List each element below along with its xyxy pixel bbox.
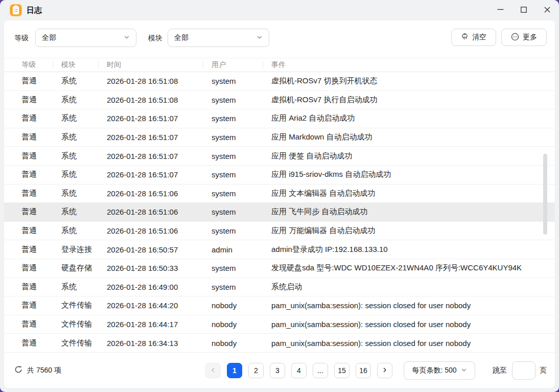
jump-group: 跳至 页 <box>493 361 547 380</box>
cell-time: 2026-01-28 16:50:33 <box>107 264 212 272</box>
table-row[interactable]: 普通 文件传输 2026-01-28 16:44:20 nobody pam_u… <box>4 296 555 315</box>
refresh-icon <box>14 365 22 375</box>
cell-time: 2026-01-28 16:51:07 <box>107 133 212 142</box>
circle-ellipsis-icon <box>511 33 519 42</box>
close-icon <box>544 7 550 14</box>
prev-page-button[interactable] <box>205 363 221 378</box>
page-button[interactable]: 15 <box>334 363 350 378</box>
cell-time: 2026-01-28 16:51:07 <box>107 152 212 160</box>
cell-user: system <box>212 96 271 104</box>
table-row[interactable]: 普通 系统 2026-01-28 16:51:06 system 应用 万能编辑… <box>4 222 555 241</box>
table-row[interactable]: 普通 登录连接 2026-01-28 16:50:57 admin admin登… <box>4 240 555 259</box>
footer: 共 7560 项 1234...1516 每页条数: 500 <box>4 353 555 388</box>
cell-user: nobody <box>212 301 271 310</box>
cell-level: 普通 <box>21 170 61 179</box>
cell-event: 系统启动 <box>271 282 555 292</box>
cell-time: 2026-01-28 16:51:06 <box>107 226 212 235</box>
cell-level: 普通 <box>21 113 61 123</box>
cell-user: system <box>212 152 271 160</box>
module-filter-select[interactable]: 全部 <box>168 29 269 47</box>
page-button[interactable]: 2 <box>248 363 264 378</box>
table-row[interactable]: 普通 系统 2026-01-28 16:51:08 system 虚拟机-ROS… <box>4 72 555 91</box>
page-button[interactable]: 4 <box>291 363 307 378</box>
cell-time: 2026-01-28 16:44:17 <box>107 320 212 329</box>
cell-level: 普通 <box>21 95 61 105</box>
toolbar-buttons: 清空 更多 <box>451 29 547 46</box>
page-button[interactable]: 3 <box>270 363 285 378</box>
refresh-button[interactable] <box>14 365 22 375</box>
table-body: 普通 系统 2026-01-28 16:51:08 system 虚拟机-ROS… <box>4 72 555 353</box>
cell-user: system <box>212 207 271 216</box>
chevron-down-icon <box>124 34 130 42</box>
page-button[interactable]: 16 <box>356 363 371 378</box>
table-row[interactable]: 普通 系统 2026-01-28 16:49:00 system 系统启动 <box>4 278 555 297</box>
page-buttons: 1234...1516 <box>227 363 371 378</box>
cell-event: 虚拟机-ROSv7 切换到开机状态 <box>271 76 555 86</box>
cell-event: 应用 万能编辑器 自动启动成功 <box>271 226 555 236</box>
clear-button-label: 清空 <box>472 33 486 42</box>
cell-module: 系统 <box>61 170 107 179</box>
cell-module: 系统 <box>61 113 107 123</box>
table-row[interactable]: 普通 文件传输 2026-01-28 16:34:13 nobody pam_u… <box>4 334 555 353</box>
cell-event: 发现硬盘sda 型号:WDC WD10EZEX-21WN4A0 序列号:WCC6… <box>271 263 555 273</box>
chevron-down-icon <box>461 366 467 375</box>
column-header-level: 等级 <box>21 60 61 70</box>
minimize-button[interactable] <box>488 0 512 20</box>
clear-button[interactable]: 清空 <box>451 29 496 46</box>
cell-event: pam_unix(samba:session): session closed … <box>271 301 555 310</box>
close-button[interactable] <box>535 0 559 20</box>
cell-user: system <box>212 170 271 179</box>
level-filter-label: 等级 <box>14 29 29 47</box>
cell-level: 普通 <box>21 207 61 217</box>
cell-module: 系统 <box>61 282 107 292</box>
cell-module: 登录连接 <box>61 245 107 255</box>
table-header: 等级 模块 时间 用户 事件 <box>4 58 555 72</box>
more-button[interactable]: 更多 <box>501 29 547 46</box>
total-group: 共 7560 项 <box>14 365 61 375</box>
cell-time: 2026-01-28 16:51:06 <box>107 189 212 198</box>
window-title: 日志 <box>27 6 42 15</box>
column-header-module: 模块 <box>61 60 107 70</box>
cell-time: 2026-01-28 16:51:07 <box>107 114 212 123</box>
chevron-down-icon <box>257 34 263 42</box>
cell-event: 应用 便签 自动启动成功 <box>271 151 555 161</box>
page-button[interactable]: 1 <box>227 363 242 378</box>
cell-time: 2026-01-28 16:51:08 <box>107 96 212 104</box>
page-button[interactable]: ... <box>313 363 328 378</box>
table-row[interactable]: 普通 系统 2026-01-28 16:51:06 system 应用 文本编辑… <box>4 185 555 203</box>
cell-user: system <box>212 114 271 123</box>
cell-event: admin登录成功 IP:192.168.133.10 <box>271 245 555 255</box>
titlebar: 日志 <box>0 0 559 20</box>
cell-time: 2026-01-28 16:49:00 <box>107 283 212 291</box>
cell-user: system <box>212 133 271 142</box>
jump-page-input[interactable] <box>512 361 535 380</box>
table-row[interactable]: 普通 系统 2026-01-28 16:51:07 system 应用 Mark… <box>4 128 555 147</box>
chevron-right-icon <box>382 366 388 375</box>
cell-event: 应用 文本编辑器 自动启动成功 <box>271 189 555 198</box>
table-row[interactable]: 普通 系统 2026-01-28 16:51:07 system 应用 便签 自… <box>4 147 555 166</box>
cell-module: 文件传输 <box>61 301 107 310</box>
cell-event: 应用 飞牛同步 自动启动成功 <box>271 207 555 217</box>
table-row[interactable]: 普通 文件传输 2026-01-28 16:44:17 nobody pam_u… <box>4 315 555 334</box>
cell-level: 普通 <box>21 76 61 86</box>
table-row[interactable]: 普通 系统 2026-01-28 16:51:07 system 应用 i915… <box>4 166 555 185</box>
scrollbar-thumb[interactable] <box>543 154 547 235</box>
page-size-value: 每页条数: 500 <box>412 366 456 375</box>
table-row[interactable]: 普通 硬盘存储 2026-01-28 16:50:33 system 发现硬盘s… <box>4 259 555 278</box>
page-size-select[interactable]: 每页条数: 500 <box>404 361 475 380</box>
next-page-button[interactable] <box>377 363 392 378</box>
cell-level: 普通 <box>21 132 61 142</box>
maximize-button[interactable] <box>512 0 535 20</box>
level-filter-value: 全部 <box>42 33 56 42</box>
jump-unit-label: 页 <box>540 366 547 375</box>
more-button-label: 更多 <box>523 33 537 42</box>
cell-user: system <box>212 189 271 198</box>
cell-module: 系统 <box>61 95 107 105</box>
cell-time: 2026-01-28 16:51:06 <box>107 207 212 216</box>
cell-user: system <box>212 264 271 272</box>
cell-event: 应用 Aria2 自动启动成功 <box>271 113 555 123</box>
table-row[interactable]: 普通 系统 2026-01-28 16:51:06 system 应用 飞牛同步… <box>4 203 555 222</box>
level-filter-select[interactable]: 全部 <box>35 29 136 47</box>
table-row[interactable]: 普通 系统 2026-01-28 16:51:07 system 应用 Aria… <box>4 109 555 128</box>
table-row[interactable]: 普通 系统 2026-01-28 16:51:08 system 虚拟机-ROS… <box>4 91 555 110</box>
